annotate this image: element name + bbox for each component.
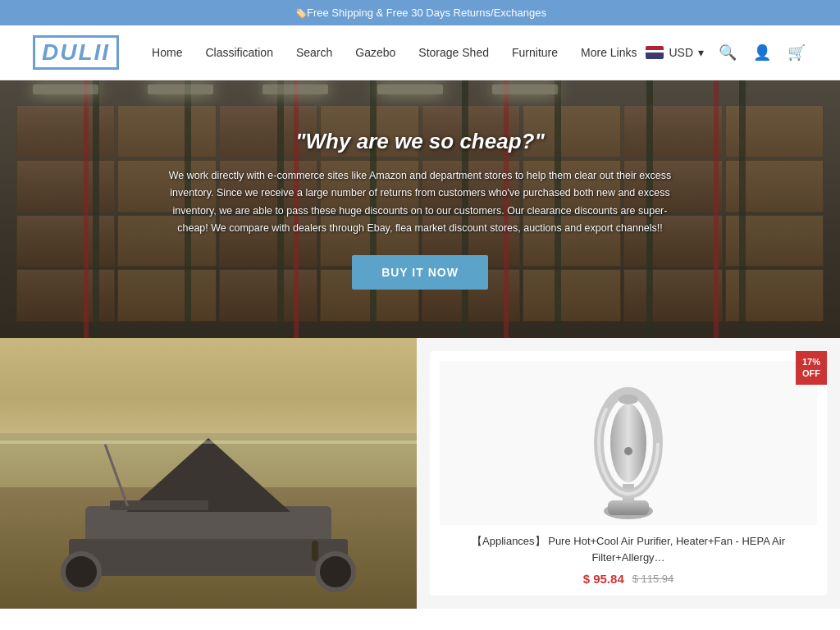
promo-banner: 🏷️Free Shipping & Free 30 Days Returns/E… [0, 0, 840, 25]
product-card: 17% OFF [430, 351, 827, 596]
header-actions: USD ▾ 🔍 👤 🛒 [646, 42, 807, 63]
account-icon: 👤 [753, 44, 771, 61]
svg-point-6 [619, 395, 638, 404]
nav-search[interactable]: Search [296, 46, 332, 59]
cart-button[interactable]: 🛒 [786, 42, 807, 63]
bottom-section: 17% OFF [0, 338, 840, 609]
discount-badge: 17% OFF [796, 351, 827, 385]
currency-dropdown-arrow: ▾ [698, 46, 704, 59]
nav-more-links[interactable]: More Links [581, 46, 637, 59]
currency-code: USD [669, 46, 693, 59]
nav-storage-shed[interactable]: Storage Shed [418, 46, 489, 59]
discount-off-label: OFF [802, 368, 820, 379]
product-image-svg [591, 365, 665, 521]
hero-section: "Why are we so cheap?" We work directly … [0, 80, 840, 338]
account-button[interactable]: 👤 [751, 42, 773, 63]
search-button[interactable]: 🔍 [717, 42, 738, 63]
nav-gazebo[interactable]: Gazebo [355, 46, 395, 59]
nav-home[interactable]: Home [152, 46, 182, 59]
promo-text: 🏷️Free Shipping & Free 30 Days Returns/E… [294, 7, 546, 19]
svg-point-7 [624, 447, 632, 455]
discount-percent: 17% [802, 356, 820, 368]
nav-classification[interactable]: Classification [205, 46, 272, 59]
nav-furniture[interactable]: Furniture [512, 46, 558, 59]
hero-cta-button[interactable]: BUY IT NOW [352, 255, 488, 290]
hero-title: "Why are we so cheap?" [295, 129, 545, 154]
main-nav: Home Classification Search Gazebo Storag… [152, 46, 646, 59]
hero-body: We work directly with e-commerce sites l… [166, 167, 674, 237]
hero-content: "Why are we so cheap?" We work directly … [0, 80, 840, 338]
cart-icon: 🛒 [788, 44, 806, 61]
search-icon: 🔍 [719, 44, 737, 61]
price-original: $ 115.94 [632, 573, 674, 585]
product-title: 【Appliances】 Pure Hot+Cool Air Purifier,… [440, 533, 817, 565]
svg-rect-1 [608, 500, 649, 515]
svg-point-5 [610, 404, 646, 482]
currency-selector[interactable]: USD ▾ [646, 46, 704, 59]
header: DULII Home Classification Search Gazebo … [0, 25, 840, 80]
price-current: $ 95.84 [583, 572, 624, 586]
product-prices: $ 95.84 $ 115.94 [440, 572, 817, 586]
flag-icon [646, 46, 664, 59]
site-logo[interactable]: DULII [33, 35, 119, 70]
product-image [440, 361, 817, 525]
featured-image-panel[interactable] [0, 338, 417, 609]
product-panel: 17% OFF [417, 338, 840, 609]
